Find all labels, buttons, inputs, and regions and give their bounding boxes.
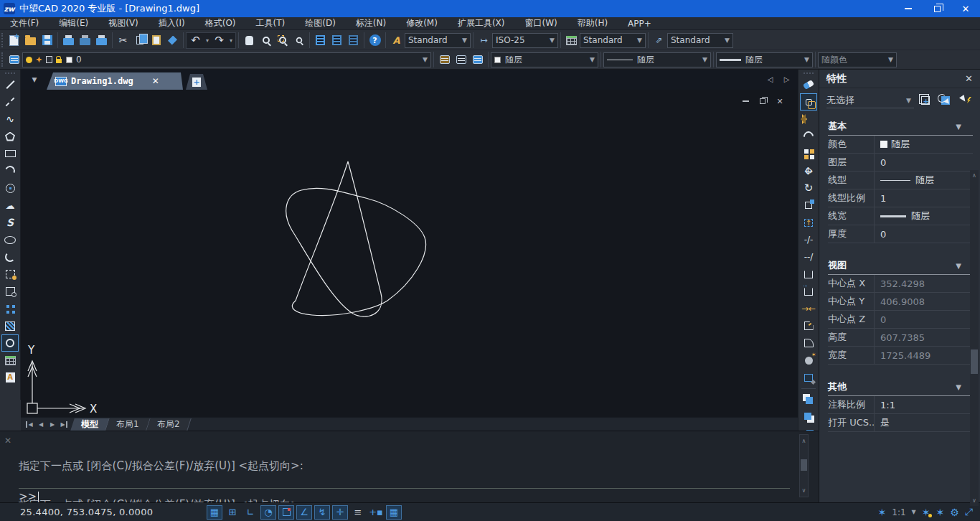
close-button[interactable]: ✕ bbox=[951, 0, 980, 17]
menu-draw[interactable]: 绘图(D) bbox=[295, 17, 346, 30]
open-file-button[interactable] bbox=[22, 32, 39, 49]
menu-tools[interactable]: 工具(T) bbox=[246, 17, 296, 30]
color-control-combo[interactable]: 随层 ▼ bbox=[491, 52, 598, 67]
selection-combo[interactable]: 无选择 ▼ bbox=[826, 93, 914, 108]
zoom-window-button[interactable] bbox=[274, 32, 291, 49]
command-input[interactable]: >> bbox=[19, 488, 790, 502]
move-button[interactable]: ↔↔ bbox=[800, 162, 817, 179]
otrack-toggle[interactable]: ∠ bbox=[296, 505, 312, 520]
scale-button[interactable] bbox=[800, 197, 817, 214]
explode-button[interactable] bbox=[800, 369, 817, 386]
menu-file[interactable]: 文件(F) bbox=[0, 17, 49, 30]
redo-button[interactable]: ↷ bbox=[211, 32, 227, 49]
publish-button[interactable] bbox=[93, 32, 110, 49]
command-scrollbar[interactable]: ∧ ∨ bbox=[799, 434, 809, 497]
prop-row-width[interactable]: 宽度 1725.4489 bbox=[828, 347, 973, 365]
extend-button[interactable]: --/ bbox=[800, 248, 817, 266]
annotation-scale-icon[interactable]: ✶ bbox=[878, 507, 887, 518]
model-paper-toggle[interactable]: ▦ bbox=[386, 505, 402, 520]
doc-tab-drawing1[interactable]: DWG Drawing1.dwg ✕ bbox=[47, 72, 183, 90]
menu-window[interactable]: 窗口(W) bbox=[514, 17, 567, 30]
next-layout-button[interactable]: ▶ bbox=[47, 419, 58, 430]
doc-close-button[interactable]: ✕ bbox=[773, 95, 786, 107]
menu-format[interactable]: 格式(O) bbox=[195, 17, 246, 30]
layer-states-button[interactable] bbox=[469, 52, 486, 68]
new-doc-tab-button[interactable]: + bbox=[186, 74, 207, 90]
prop-row-center-x[interactable]: 中心点 X 352.4298 bbox=[828, 275, 973, 293]
polyline-button[interactable]: ∿ bbox=[1, 111, 19, 128]
lineweight-toggle[interactable]: ✛ bbox=[332, 505, 348, 520]
draw-order-front-button[interactable] bbox=[800, 391, 817, 408]
dynamic-input-toggle[interactable]: ↯ bbox=[314, 505, 330, 520]
stretch-button[interactable]: ↑ bbox=[800, 214, 817, 231]
properties-close-icon[interactable]: ✕ bbox=[965, 73, 973, 84]
doc-tab-close-icon[interactable]: ✕ bbox=[152, 76, 159, 86]
section-basic-header[interactable]: 基本 ▼ bbox=[828, 120, 973, 136]
toggle-pickadd-button[interactable] bbox=[957, 93, 974, 108]
annotation-visibility-icon[interactable]: ✶ bbox=[922, 507, 930, 518]
status-menu-button[interactable]: ≡ bbox=[350, 505, 366, 520]
mleader-style-button[interactable]: ⇗ bbox=[651, 32, 667, 49]
toolbar-grip[interactable] bbox=[1, 33, 4, 47]
tab-scroll-left-button[interactable]: ◁ bbox=[762, 71, 778, 88]
spline-star-shape[interactable] bbox=[286, 161, 426, 316]
pan-button[interactable] bbox=[241, 32, 258, 49]
designcenter-button[interactable] bbox=[329, 32, 345, 49]
section-view-header[interactable]: 视图 ▼ bbox=[828, 259, 973, 275]
prop-row-thickness[interactable]: 厚度 0 bbox=[828, 225, 973, 243]
section-other-header[interactable]: 其他 ▼ bbox=[828, 380, 973, 396]
fullscreen-icon[interactable]: ⤢ bbox=[965, 506, 973, 518]
command-close-icon[interactable]: ✕ bbox=[3, 436, 13, 446]
join-button[interactable]: →← bbox=[800, 300, 817, 317]
layer-combo[interactable]: 0 ▼ bbox=[22, 52, 431, 67]
mleader-style-combo[interactable]: Standard▼ bbox=[667, 33, 733, 48]
prop-row-linetype[interactable]: 线型 随层 bbox=[828, 172, 973, 189]
undo-dropdown[interactable]: ▾ bbox=[204, 37, 211, 44]
hatch-button[interactable] bbox=[1, 317, 19, 334]
erase-button[interactable] bbox=[800, 76, 817, 93]
table-button[interactable] bbox=[1, 352, 19, 369]
scroll-down-icon[interactable]: ∨ bbox=[800, 487, 808, 494]
tab-model[interactable]: 模型 bbox=[70, 418, 110, 431]
auto-annotation-icon[interactable]: ✶ bbox=[936, 507, 945, 518]
properties-scrollbar[interactable]: ∧ ∨ bbox=[970, 170, 979, 506]
tab-scroll-right-button[interactable]: ▷ bbox=[778, 71, 795, 88]
table-style-combo[interactable]: Standard▼ bbox=[580, 33, 646, 48]
match-properties-button[interactable] bbox=[164, 32, 181, 49]
tab-layout1[interactable]: 布局1 bbox=[105, 418, 150, 431]
drawing-canvas[interactable]: ✕ Y X bbox=[21, 90, 798, 417]
chevron-down-icon[interactable]: ▼ bbox=[912, 509, 916, 515]
layer-previous-button[interactable] bbox=[453, 52, 469, 68]
snap-toggle[interactable]: ⊞ bbox=[225, 505, 240, 520]
prop-row-annotation-scale[interactable]: 注释比例 1:1 bbox=[828, 396, 973, 414]
osnap-toggle[interactable] bbox=[278, 505, 294, 520]
text-style-combo[interactable]: Standard▼ bbox=[405, 33, 471, 48]
draw-order-back-button[interactable] bbox=[800, 408, 817, 426]
prev-layout-button[interactable]: ◀ bbox=[35, 419, 47, 430]
grid-toggle[interactable]: ▦ bbox=[207, 505, 222, 520]
layer-manager-button[interactable] bbox=[6, 52, 22, 68]
toolbar-grip[interactable] bbox=[5, 72, 15, 74]
polar-toggle[interactable]: ◔ bbox=[260, 505, 276, 520]
select-objects-button[interactable] bbox=[937, 93, 954, 108]
insert-block-button[interactable] bbox=[1, 266, 19, 283]
construction-line-button[interactable] bbox=[1, 93, 19, 111]
toolbar-grip[interactable] bbox=[1, 52, 4, 67]
plot-preview-button[interactable] bbox=[77, 32, 93, 49]
break-at-point-button[interactable] bbox=[800, 266, 817, 283]
scroll-up-icon[interactable]: ∧ bbox=[800, 438, 808, 444]
restore-button[interactable] bbox=[923, 0, 951, 17]
fillet-button[interactable] bbox=[800, 334, 817, 352]
offset-button[interactable] bbox=[800, 128, 817, 145]
plot-style-combo[interactable]: 随颜色 ▼ bbox=[818, 52, 897, 67]
menu-help[interactable]: 帮助(H) bbox=[567, 17, 618, 30]
donut-button[interactable] bbox=[1, 334, 19, 352]
prop-row-layer[interactable]: 图层 0 bbox=[828, 154, 973, 172]
rectangle-button[interactable] bbox=[1, 145, 19, 162]
prop-row-linetype-scale[interactable]: 线型比例 1 bbox=[828, 189, 973, 207]
save-button[interactable] bbox=[39, 32, 55, 49]
minimize-button[interactable] bbox=[894, 0, 923, 17]
table-style-button[interactable] bbox=[563, 32, 580, 49]
scroll-thumb[interactable] bbox=[971, 349, 978, 374]
spline-button[interactable]: S bbox=[1, 214, 19, 231]
